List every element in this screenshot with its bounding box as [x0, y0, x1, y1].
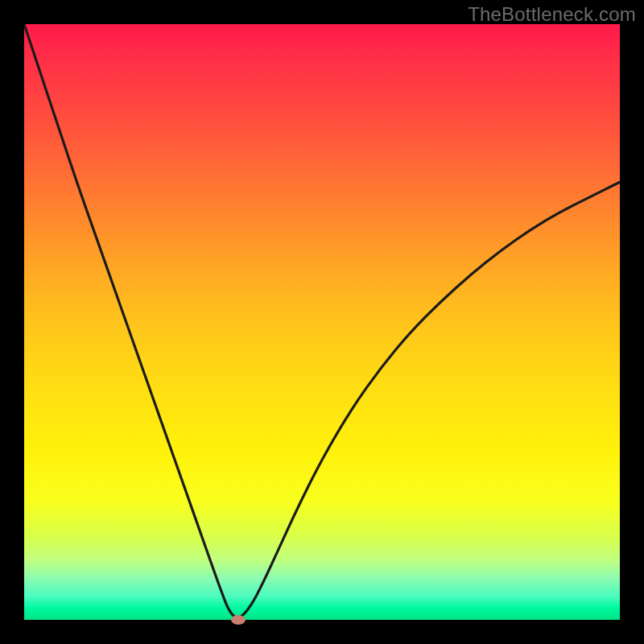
plot-area: [24, 24, 620, 620]
chart-container: TheBottleneck.com: [0, 0, 644, 644]
watermark-text: TheBottleneck.com: [468, 3, 636, 26]
curve-path: [24, 24, 620, 617]
bottleneck-curve: [24, 24, 620, 620]
minimum-marker: [231, 615, 246, 625]
